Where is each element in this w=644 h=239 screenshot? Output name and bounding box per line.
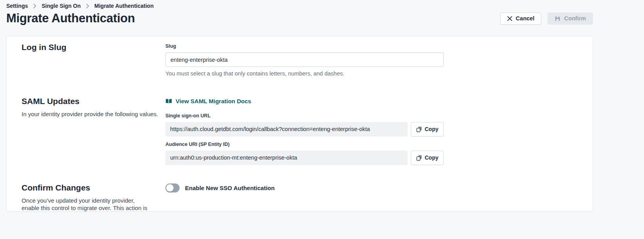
docs-link-label: View SAML Migration Docs bbox=[176, 98, 251, 104]
section-saml-updates: SAML Updates In your identity provider p… bbox=[22, 95, 578, 165]
confirm-changes-heading: Confirm Changes bbox=[22, 182, 165, 194]
open-book-icon bbox=[165, 99, 172, 104]
confirm-button[interactable]: Confirm bbox=[548, 13, 593, 25]
section-login-slug: Log in Slug Slug You must select a slug … bbox=[22, 41, 578, 77]
breadcrumb-item-current: Migrate Authentication bbox=[94, 3, 154, 9]
audience-uri-block: Audience URI (SP Entity ID) urn:auth0:us… bbox=[165, 142, 444, 165]
confirm-button-label: Confirm bbox=[564, 15, 586, 22]
saml-updates-heading: SAML Updates bbox=[22, 95, 165, 107]
copy-icon bbox=[416, 155, 422, 161]
breadcrumb-item-settings[interactable]: Settings bbox=[6, 3, 28, 9]
copy-button-label: Copy bbox=[425, 126, 439, 132]
page: Settings Single Sign On Migrate Authenti… bbox=[6, 0, 593, 212]
copy-icon bbox=[416, 126, 422, 132]
enable-sso-toggle[interactable] bbox=[165, 183, 180, 192]
toggle-knob bbox=[166, 184, 174, 192]
view-saml-migration-docs-link[interactable]: View SAML Migration Docs bbox=[165, 98, 251, 104]
breadcrumb: Settings Single Sign On Migrate Authenti… bbox=[6, 0, 593, 9]
copy-button-label: Copy bbox=[425, 155, 439, 161]
breadcrumb-item-single-sign-on[interactable]: Single Sign On bbox=[42, 3, 81, 9]
sso-url-value[interactable]: https://auth.cloud.getdbt.com/login/call… bbox=[165, 122, 408, 137]
cancel-button-label: Cancel bbox=[516, 15, 535, 22]
audience-uri-label: Audience URI (SP Entity ID) bbox=[165, 142, 444, 147]
confirm-changes-description: Once you’ve updated your identity provid… bbox=[22, 197, 153, 212]
slug-helper-text: You must select a slug that only contain… bbox=[165, 70, 444, 77]
page-title: Migrate Authentication bbox=[6, 11, 135, 25]
sso-toggle-row: Enable New SSO Authentication bbox=[165, 183, 444, 192]
chevron-right-icon bbox=[86, 4, 89, 9]
chevron-right-icon bbox=[33, 4, 36, 9]
sso-url-label: Single sign-on URL bbox=[165, 113, 444, 119]
enable-sso-toggle-label: Enable New SSO Authentication bbox=[185, 185, 275, 191]
saml-updates-description: In your identity provider provide the fo… bbox=[22, 110, 165, 118]
login-slug-heading: Log in Slug bbox=[22, 41, 165, 53]
header-actions: Cancel Confirm bbox=[500, 13, 593, 25]
section-confirm-changes: Confirm Changes Once you’ve updated your… bbox=[22, 182, 578, 212]
sso-url-block: Single sign-on URL https://auth.cloud.ge… bbox=[165, 113, 444, 137]
cancel-button[interactable]: Cancel bbox=[500, 13, 542, 25]
save-icon bbox=[555, 16, 561, 22]
audience-uri-value[interactable]: urn:auth0:us-production-mt:enteng-enterp… bbox=[165, 151, 408, 165]
slug-input[interactable] bbox=[165, 52, 444, 67]
x-icon bbox=[507, 16, 512, 21]
page-header: Migrate Authentication Cancel Confirm bbox=[6, 11, 593, 25]
audience-uri-copy-button[interactable]: Copy bbox=[411, 151, 444, 165]
sso-url-copy-button[interactable]: Copy bbox=[411, 122, 444, 137]
settings-card: Log in Slug Slug You must select a slug … bbox=[6, 36, 593, 212]
slug-field-label: Slug bbox=[165, 43, 444, 49]
